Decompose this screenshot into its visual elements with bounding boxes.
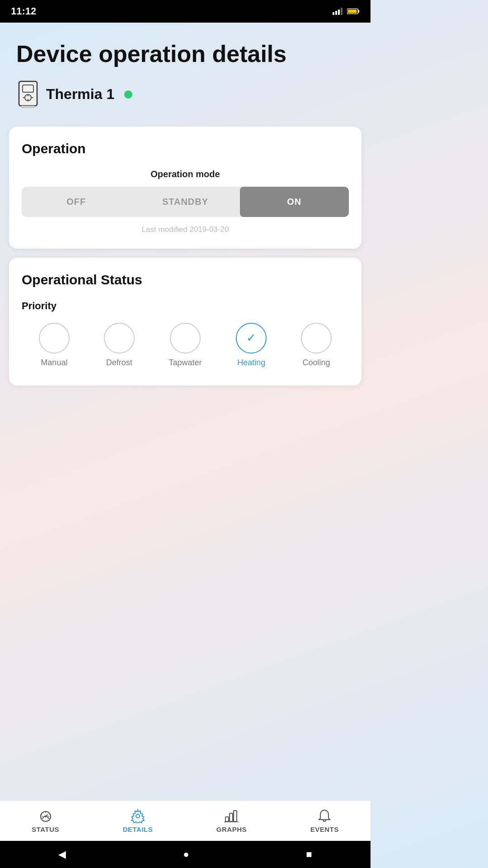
device-row: Thermia 1 [16,80,354,108]
graphs-nav-label: GRAPHS [216,826,247,833]
tapwater-label: Tapwater [169,358,202,368]
svg-rect-22 [225,817,229,821]
priority-tapwater: Tapwater [169,323,202,368]
priority-label: Priority [22,300,349,312]
system-nav: ◀ ● ■ [0,841,371,868]
svg-rect-14 [21,106,35,108]
nav-events[interactable]: EVENTS [310,809,339,833]
details-nav-label: DETAILS [123,826,153,833]
svg-point-21 [136,814,140,818]
device-name: Thermia 1 [46,86,114,103]
mode-toggle: OFF STANDBY ON [22,187,349,217]
operational-status-card: Operational Status Priority Manual Defro… [9,258,361,386]
operational-status-title: Operational Status [22,272,349,288]
bottom-nav: STATUS DETAILS GRAPHS EVENTS [0,800,371,841]
page-header: Device operation details Thermia 1 [0,23,371,118]
battery-icon [347,8,360,15]
home-button[interactable]: ● [183,849,189,860]
svg-rect-24 [234,811,237,821]
operation-card: Operation Operation mode OFF STANDBY ON … [9,127,361,249]
status-nav-icon [38,809,53,823]
tapwater-circle [170,323,201,354]
mode-on-button[interactable]: ON [240,187,349,217]
svg-point-17 [45,816,47,817]
priority-cooling: Cooling [301,323,332,368]
manual-circle [39,323,70,354]
cooling-circle [301,323,332,354]
svg-rect-5 [358,10,359,13]
mode-off-button[interactable]: OFF [22,187,131,217]
status-bar: 11:12 [0,0,371,23]
time-display: 11:12 [11,5,36,17]
cooling-label: Cooling [303,358,330,368]
status-icons [333,8,360,15]
nav-details[interactable]: DETAILS [123,809,153,833]
operation-title: Operation [22,141,349,156]
recents-button[interactable]: ■ [306,849,312,860]
device-icon [16,80,40,108]
svg-rect-6 [348,9,357,13]
graphs-nav-icon [224,809,239,823]
priority-defrost: Defrost [104,323,135,368]
online-status-dot [124,90,132,99]
details-nav-icon [131,809,145,823]
mode-standby-button[interactable]: STANDBY [131,187,239,217]
page-title: Device operation details [16,41,354,68]
svg-rect-23 [230,813,233,821]
defrost-circle [104,323,135,354]
heating-checkmark: ✓ [246,331,256,345]
events-nav-icon [317,809,332,823]
priority-heating: ✓ Heating [236,323,267,368]
back-button[interactable]: ◀ [58,849,66,860]
nav-status[interactable]: STATUS [32,809,59,833]
last-modified-text: Last modified 2019-03-20 [22,225,349,234]
events-nav-label: EVENTS [310,826,339,833]
heating-label: Heating [237,358,265,368]
status-nav-label: STATUS [32,826,59,833]
manual-label: Manual [41,358,67,368]
defrost-label: Defrost [106,358,132,368]
signal-icon [333,8,343,15]
svg-rect-0 [333,12,334,15]
svg-rect-1 [335,11,337,15]
priority-circles: Manual Defrost Tapwater ✓ Heating Coolin… [22,323,349,371]
operation-mode-label: Operation mode [22,169,349,179]
priority-manual: Manual [39,323,70,368]
nav-graphs[interactable]: GRAPHS [216,809,247,833]
svg-rect-2 [338,9,340,15]
heating-circle: ✓ [236,323,267,354]
svg-rect-3 [341,8,343,15]
